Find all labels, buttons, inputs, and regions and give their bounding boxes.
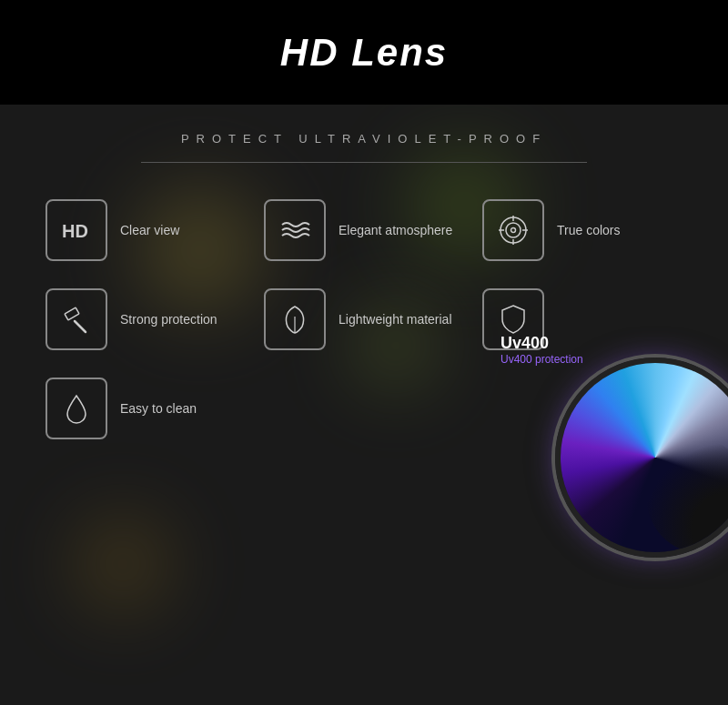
feature-hammer: Strong protection <box>46 288 246 350</box>
drop-icon <box>60 392 93 425</box>
leaf-icon <box>278 303 311 336</box>
feature-target: True colors <box>482 199 682 261</box>
drop-icon-box <box>46 378 107 439</box>
divider-line <box>141 162 587 163</box>
svg-line-9 <box>75 321 86 332</box>
waves-icon <box>278 214 311 247</box>
uv400-title: Uv400 <box>500 334 583 353</box>
hammer-icon-box <box>46 288 107 350</box>
leaf-icon-box <box>264 288 326 350</box>
feature-shield: Uv400 Uv400 protection <box>482 288 682 350</box>
svg-text:HD: HD <box>62 221 88 241</box>
svg-rect-8 <box>65 307 79 320</box>
feature-waves: Elegant atmosphere <box>264 199 464 261</box>
shield-icon <box>497 303 530 336</box>
page-title: HD Lens <box>280 31 448 75</box>
hammer-icon <box>60 303 93 336</box>
feature-label-hd: Clear view <box>120 223 179 237</box>
feature-label-target: True colors <box>557 223 621 237</box>
feature-label-hammer: Strong protection <box>120 312 217 327</box>
svg-point-1 <box>500 217 526 243</box>
target-icon <box>497 214 530 247</box>
feature-drop: Easy to clean <box>46 378 246 439</box>
uv400-label-area: Uv400 Uv400 protection <box>500 334 583 366</box>
svg-point-3 <box>511 228 516 233</box>
svg-point-2 <box>506 223 521 237</box>
uv400-lens-circle <box>555 358 728 558</box>
header-section: HD Lens <box>0 0 728 105</box>
bokeh-blur-3 <box>55 496 191 632</box>
uv400-lens-dark <box>646 438 728 552</box>
uv400-subtitle: Uv400 protection <box>500 353 583 366</box>
feature-label-drop: Easy to clean <box>120 401 197 416</box>
feature-leaf: Lightweight material <box>264 288 464 350</box>
waves-icon-box <box>264 199 326 261</box>
content-area: PROTECT ULTRAVIOLET-PROOF HD Clear view <box>0 105 728 467</box>
feature-hd: HD Clear view <box>46 199 246 261</box>
feature-label-leaf: Lightweight material <box>339 312 452 327</box>
feature-label-waves: Elegant atmosphere <box>339 223 452 237</box>
hd-icon: HD <box>60 214 93 247</box>
hd-icon-box: HD <box>46 199 107 261</box>
target-icon-box <box>482 199 544 261</box>
subtitle-text: PROTECT ULTRAVIOLET-PROOF <box>46 132 682 146</box>
uv400-lens-gradient <box>561 363 728 552</box>
main-section: PROTECT ULTRAVIOLET-PROOF HD Clear view <box>0 105 728 705</box>
